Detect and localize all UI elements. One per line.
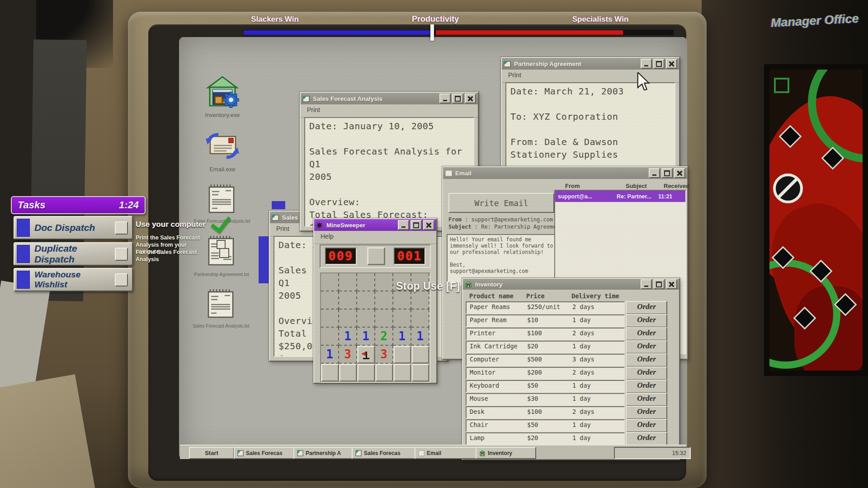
mine-cell[interactable] <box>411 291 429 310</box>
order-button[interactable]: Order <box>626 406 667 419</box>
mine-cell[interactable] <box>375 273 393 291</box>
write-email-button[interactable]: Write Email <box>448 193 554 213</box>
taskbar-item-partnership[interactable]: Partnership A <box>293 447 356 459</box>
minimize-button[interactable] <box>641 59 652 69</box>
email-list-row-selected[interactable]: support@a... Re: Partner... 11:21 <box>555 191 685 202</box>
mine-cell[interactable]: 1 <box>321 346 339 364</box>
order-button[interactable]: Order <box>626 327 667 341</box>
menu-print[interactable]: Print <box>306 106 321 113</box>
mine-cell[interactable] <box>321 328 339 346</box>
mine-cell[interactable]: 1 <box>339 328 357 346</box>
mine-cell[interactable]: 1 <box>357 328 375 346</box>
maximize-button[interactable] <box>452 94 463 103</box>
maximize-button[interactable] <box>410 220 422 230</box>
taskbar-item-inventory[interactable]: Inventory <box>476 447 536 459</box>
mine-cell[interactable] <box>393 291 411 310</box>
mine-cell[interactable] <box>321 310 339 328</box>
task-item-warehouse-wishlist[interactable]: Warehouse Wishlist <box>14 268 133 291</box>
desktop-icon-sales-forecast2-txt[interactable]: Sales Forecast Analysis.txt <box>193 287 249 328</box>
mine-cell[interactable] <box>411 346 429 364</box>
mine-cell[interactable] <box>339 273 357 291</box>
titlebar[interactable]: MineSweeper <box>314 219 436 231</box>
mine-cell[interactable] <box>393 346 411 364</box>
painting-green-square <box>774 78 789 93</box>
task-checkbox[interactable] <box>115 221 128 235</box>
mine-cell[interactable] <box>393 310 411 328</box>
titlebar[interactable]: Sales Forecast Analysis <box>301 93 478 104</box>
desktop-icon-email-exe[interactable]: Email.exe <box>194 129 250 173</box>
desktop-icon-inventory-exe[interactable]: Inventory.exe <box>194 74 250 118</box>
task-checkbox[interactable] <box>115 273 128 286</box>
minimize-button[interactable] <box>649 168 660 178</box>
order-button[interactable]: Order <box>626 380 667 393</box>
mine-cell[interactable] <box>357 364 375 382</box>
taskbar-item-sales-forecast[interactable]: Sales Forecas <box>234 447 297 459</box>
product-price: $20 <box>527 433 538 443</box>
titlebar[interactable]: Partnership Agreement <box>502 58 679 70</box>
mine-cell[interactable] <box>339 364 357 382</box>
titlebar[interactable]: Email <box>443 167 687 179</box>
task-checkbox[interactable] <box>115 248 128 261</box>
mine-cell[interactable] <box>411 310 429 328</box>
mine-cell-flagged[interactable] <box>357 346 375 364</box>
start-button[interactable]: Start <box>189 447 234 459</box>
close-button[interactable] <box>465 94 476 103</box>
maximize-button[interactable] <box>661 168 673 178</box>
order-button[interactable]: Order <box>626 366 667 380</box>
mine-cell[interactable] <box>393 364 411 382</box>
mine-cell[interactable] <box>375 310 393 328</box>
mine-cell[interactable] <box>375 291 393 310</box>
order-button[interactable]: Order <box>626 432 667 446</box>
close-button[interactable] <box>423 220 434 230</box>
window-inventory[interactable]: Inventory Product name Price Delivery ti… <box>462 278 680 460</box>
notepad-icon <box>206 183 237 215</box>
order-button[interactable]: Order <box>626 393 667 406</box>
task-item-duplicate-dispatch[interactable]: Duplicate Dispatch <box>14 242 133 266</box>
mine-cell[interactable]: 3 <box>375 346 393 364</box>
mine-cell[interactable] <box>321 291 339 310</box>
order-button[interactable]: Order <box>626 314 667 328</box>
window-title: Email <box>455 170 472 177</box>
maximize-button[interactable] <box>653 279 665 289</box>
inventory-row: Computer$5003 days <box>466 354 625 366</box>
mine-cell[interactable] <box>357 310 375 328</box>
order-button[interactable]: Order <box>626 340 667 354</box>
minimize-button[interactable] <box>439 94 451 103</box>
notepad-icon <box>297 450 303 456</box>
menu-print[interactable]: Print <box>507 71 522 79</box>
taskbar-item-email[interactable]: Email <box>415 447 478 459</box>
order-button[interactable]: Order <box>626 419 667 432</box>
mine-cell[interactable]: 1 <box>411 328 429 346</box>
mine-cell[interactable] <box>357 273 375 291</box>
notepad-icon <box>205 287 236 320</box>
mine-cell[interactable]: 2 <box>375 328 393 346</box>
inventory-row: Monitor$2002 days <box>466 367 625 380</box>
minimize-button[interactable] <box>398 220 409 230</box>
inventory-row: Ink Cartridge$201 day <box>466 341 625 353</box>
taskbar-item-sales-forecast-2[interactable]: Sales Forecas <box>352 447 417 459</box>
close-button[interactable] <box>674 168 685 178</box>
inventory-row: Mouse$301 day <box>466 393 625 406</box>
titlebar[interactable]: Inventory <box>463 279 679 290</box>
close-button[interactable] <box>666 279 677 289</box>
smiley-button[interactable] <box>367 247 385 265</box>
mine-cell[interactable] <box>357 291 375 310</box>
order-button[interactable]: Order <box>626 353 667 367</box>
mine-cell[interactable] <box>375 364 393 382</box>
mine-cell[interactable] <box>321 364 339 382</box>
mine-cell[interactable] <box>339 310 357 328</box>
mine-cell[interactable] <box>339 291 357 310</box>
task-item-doc-dispatch[interactable]: Doc Dispatch <box>14 216 133 239</box>
mine-cell[interactable]: 3 <box>339 346 357 364</box>
mine-cell[interactable] <box>411 364 429 382</box>
menu-help[interactable]: Help <box>320 233 335 240</box>
close-button[interactable] <box>666 59 677 69</box>
product-name: Monitor <box>470 368 495 377</box>
menu-print[interactable]: Print <box>275 225 290 232</box>
window-minesweeper[interactable]: MineSweeper Help 009 001 11211133 <box>313 218 437 384</box>
mine-cell[interactable]: 1 <box>393 328 411 346</box>
mine-cell[interactable] <box>321 273 339 291</box>
minimize-button[interactable] <box>641 279 652 289</box>
order-button[interactable]: Order <box>626 301 667 314</box>
maximize-button[interactable] <box>653 59 665 69</box>
